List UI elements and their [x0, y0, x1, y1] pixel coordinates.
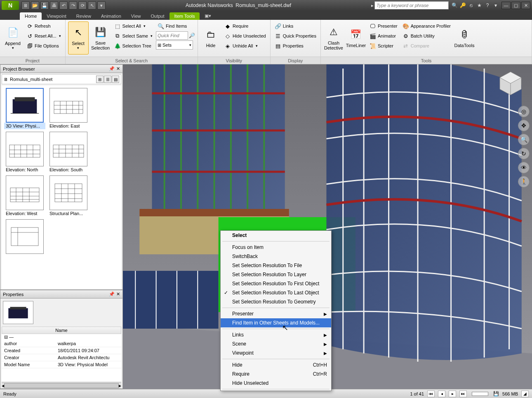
- sets-dropdown[interactable]: ⊞Sets▾: [156, 40, 193, 50]
- help-icon[interactable]: ?: [484, 2, 491, 9]
- nav-zoom-icon[interactable]: 🔍: [518, 134, 530, 145]
- comm-icon[interactable]: ⎋: [468, 2, 474, 9]
- ctx-res-layer[interactable]: Set Selection Resolution To Layer: [221, 270, 331, 279]
- thumb-elevation-south[interactable]: Elevation: South: [48, 132, 89, 173]
- status-corner-icon[interactable]: ◢: [521, 391, 529, 397]
- ribbon-minimize-icon[interactable]: ▣▾: [200, 12, 216, 20]
- tab-animation[interactable]: Animation: [96, 12, 126, 20]
- tree-collapse-icon[interactable]: ⊟ —: [2, 334, 121, 340]
- properties-scrollbar[interactable]: ◂▸: [2, 382, 121, 389]
- thumb-partial[interactable]: [4, 219, 45, 254]
- ctx-hide[interactable]: HideCtrl+H: [221, 360, 331, 370]
- qat-refresh-icon[interactable]: ⟳: [78, 1, 87, 9]
- scripter-button[interactable]: 📜Scripter: [368, 41, 399, 50]
- group-label-select[interactable]: Select & Search: [66, 57, 198, 64]
- tab-review[interactable]: Review: [71, 12, 96, 20]
- thumb-elevation-east[interactable]: Elevation: East: [48, 88, 89, 129]
- ctx-links[interactable]: Links▶: [221, 330, 331, 339]
- navisworks-logo-icon[interactable]: N: [2, 1, 19, 10]
- qat-undo-icon[interactable]: ↶: [59, 1, 68, 9]
- qat-dropdown-icon[interactable]: ▾: [97, 1, 106, 9]
- ctx-res-file[interactable]: Set Selection Resolution To File: [221, 261, 331, 270]
- ctx-select[interactable]: Select: [221, 231, 331, 240]
- quick-find-go-icon[interactable]: 🔎: [189, 33, 195, 38]
- thumb-elevation-west[interactable]: Elevation: West: [4, 175, 45, 217]
- qat-print-icon[interactable]: 🖶: [50, 1, 58, 9]
- ctx-scene[interactable]: Scene▶: [221, 339, 331, 348]
- ctx-presenter[interactable]: Presenter▶: [221, 309, 331, 318]
- view-details-icon[interactable]: ▤: [112, 76, 119, 83]
- sheet-last-icon[interactable]: ⏭: [459, 391, 467, 397]
- find-items-button[interactable]: 🔍Find Items: [156, 21, 195, 31]
- sheet-first-icon[interactable]: ⏮: [427, 391, 435, 397]
- infocenter-search-input[interactable]: [374, 1, 449, 9]
- tab-home[interactable]: Home: [20, 12, 42, 20]
- panel-pin-icon[interactable]: 📌: [109, 66, 115, 71]
- properties-grid[interactable]: Name ⊟ — authorwalkerpa Created18/01/201…: [2, 327, 121, 382]
- thumb-3d-view[interactable]: 3D View: Physi...: [4, 88, 45, 129]
- require-button[interactable]: ◆Require: [223, 21, 268, 31]
- clash-detective-button[interactable]: ⚠Clash Detective: [323, 21, 344, 54]
- key-icon[interactable]: 🔑: [459, 2, 466, 9]
- hide-button[interactable]: 🗀 Hide: [200, 21, 221, 54]
- view-thumbs-icon[interactable]: ⊞: [96, 76, 104, 83]
- sheet-prev-icon[interactable]: ◂: [438, 391, 445, 397]
- timeliner-button[interactable]: 📅TimeLiner: [346, 21, 366, 54]
- ctx-hide-unselected[interactable]: Hide Unselected: [221, 379, 331, 388]
- quick-properties-button[interactable]: ☰Quick Properties: [273, 31, 318, 40]
- appearance-profiler-button[interactable]: 🎨Appearance Profiler: [401, 21, 452, 31]
- save-selection-button[interactable]: 💾 Save Selection: [90, 21, 111, 54]
- selection-tree-button[interactable]: 🌲Selection Tree: [113, 41, 154, 50]
- animator-button[interactable]: 🎬Animator: [368, 31, 399, 40]
- view-list-icon[interactable]: ☰: [104, 76, 111, 83]
- sheet-next-icon[interactable]: ▸: [449, 391, 456, 397]
- thumb-structural-plan[interactable]: Structural Plan...: [48, 175, 89, 217]
- ctx-res-geom[interactable]: Set Selection Resolution To Geometry: [221, 297, 331, 306]
- nav-pan-icon[interactable]: ✥: [518, 120, 530, 131]
- datatools-button[interactable]: 🛢DataTools: [454, 21, 475, 54]
- hide-unselected-button[interactable]: ◇Hide Unselected: [223, 31, 268, 40]
- select-same-button[interactable]: ⧉Select Same▾: [113, 31, 154, 40]
- panel-close-icon[interactable]: ✕: [116, 291, 120, 297]
- ctx-find-item[interactable]: Find Item in Other Sheets and Models...: [221, 318, 331, 327]
- nav-walk-icon[interactable]: 🚶: [518, 176, 530, 187]
- panel-pin-icon[interactable]: 📌: [109, 291, 115, 297]
- properties-header[interactable]: Properties 📌 ✕: [0, 290, 122, 298]
- thumb-elevation-north[interactable]: Elevation: North: [4, 132, 45, 173]
- group-label-project[interactable]: Project: [0, 57, 65, 64]
- append-button[interactable]: 📄 Append ▾: [2, 21, 23, 54]
- ctx-focus[interactable]: Focus on Item: [221, 243, 331, 252]
- infocenter-chevron-icon[interactable]: ▸: [371, 3, 374, 8]
- presenter-button[interactable]: 🖵Presenter: [368, 21, 399, 31]
- ctx-switchback[interactable]: SwitchBack: [221, 252, 331, 261]
- quick-find-input[interactable]: [156, 31, 188, 40]
- panel-close-icon[interactable]: ✕: [116, 66, 120, 71]
- properties-button[interactable]: ▤Properties: [273, 41, 318, 50]
- nav-orbit-icon[interactable]: ↻: [518, 148, 530, 159]
- close-button[interactable]: ✕: [521, 2, 530, 9]
- tab-item-tools[interactable]: Item Tools: [169, 12, 200, 20]
- select-button[interactable]: ↖ Select ▾: [68, 21, 89, 54]
- project-browser-header[interactable]: Project Browser 📌 ✕: [0, 65, 122, 73]
- select-all-button[interactable]: ⬚Select All▾: [113, 21, 154, 31]
- unhide-all-button[interactable]: ◈Unhide All▾: [223, 41, 268, 50]
- binoculars-icon[interactable]: 🔍: [451, 2, 458, 9]
- properties-column-header[interactable]: Name: [2, 327, 121, 334]
- help-dropdown-icon[interactable]: ▾: [492, 2, 499, 9]
- ctx-res-last[interactable]: ✓Set Selection Resolution To Last Object: [221, 288, 331, 297]
- links-button[interactable]: 🔗Links: [273, 21, 318, 31]
- qat-select-icon[interactable]: ↖: [88, 1, 96, 9]
- tab-view[interactable]: View: [126, 12, 146, 20]
- thumbnail-grid[interactable]: 3D View: Physi... Elevation: East Elevat…: [2, 85, 121, 289]
- ctx-require[interactable]: RequireCtrl+R: [221, 370, 331, 379]
- ctx-res-first[interactable]: Set Selection Resolution To First Object: [221, 279, 331, 288]
- nav-look-icon[interactable]: 👁: [518, 162, 530, 173]
- reset-all-button[interactable]: ↺Reset All...▾: [25, 31, 63, 40]
- refresh-button[interactable]: ⟳Refresh: [25, 21, 63, 31]
- minimize-button[interactable]: —: [501, 2, 511, 9]
- file-options-button[interactable]: 🗐File Options: [25, 41, 63, 50]
- qat-redo-icon[interactable]: ↷: [69, 1, 77, 9]
- tab-viewpoint[interactable]: Viewpoint: [42, 12, 71, 20]
- qat-open-icon[interactable]: 📂: [31, 1, 39, 9]
- favorite-icon[interactable]: ★: [476, 2, 483, 9]
